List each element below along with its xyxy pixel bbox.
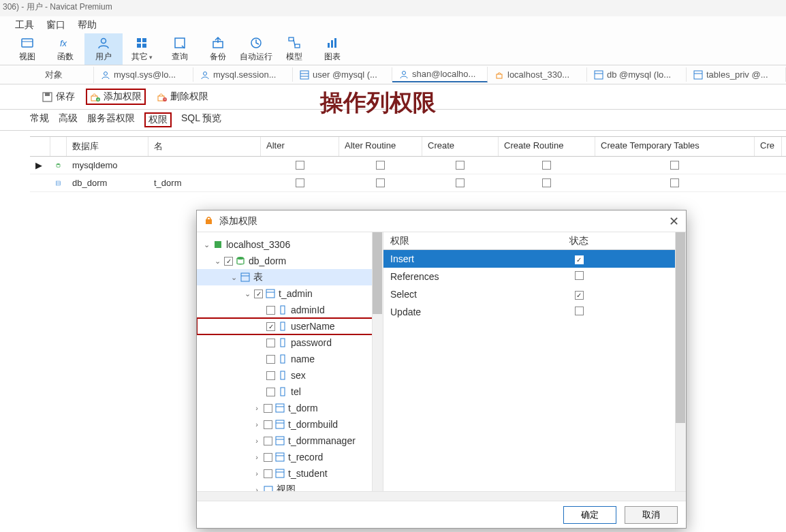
- delete-privilege-button[interactable]: −删除权限: [153, 89, 213, 105]
- tree-node-table[interactable]: ›t_dormmanager: [197, 433, 383, 449]
- ok-button[interactable]: 确定: [563, 506, 616, 524]
- tree-node-column[interactable]: tel: [197, 384, 383, 400]
- tab-objects[interactable]: 对象: [38, 67, 94, 83]
- function-button[interactable]: fx 函数: [46, 33, 84, 65]
- tree-node-table[interactable]: ›t_student: [197, 465, 383, 482]
- col-alter[interactable]: Alter: [261, 137, 339, 156]
- col-create[interactable]: Create: [422, 137, 499, 156]
- checkbox[interactable]: [542, 178, 551, 187]
- priv-row[interactable]: Update: [383, 303, 686, 321]
- tree-node-table[interactable]: ›t_dorm: [197, 400, 383, 416]
- col-alter-routine[interactable]: Alter Routine: [339, 137, 422, 156]
- checkbox[interactable]: [575, 307, 584, 315]
- autorun-button[interactable]: 自动运行: [237, 33, 275, 65]
- chart-button[interactable]: 图表: [313, 33, 351, 65]
- checkbox[interactable]: [456, 161, 465, 170]
- menu-help[interactable]: 帮助: [78, 19, 97, 31]
- tree-node-column[interactable]: name: [197, 351, 383, 367]
- tab-advanced[interactable]: 高级: [59, 112, 78, 127]
- checkbox[interactable]: [376, 178, 385, 187]
- checkbox[interactable]: [670, 161, 679, 170]
- checkbox[interactable]: [456, 178, 465, 187]
- svg-rect-58: [276, 453, 284, 461]
- priv-row[interactable]: Insert: [383, 250, 686, 268]
- col-create-temp[interactable]: Create Temporary Tables: [595, 137, 755, 156]
- checkbox[interactable]: [296, 161, 304, 170]
- tab-localhost-3306[interactable]: localhost_330...: [488, 67, 587, 82]
- checkbox[interactable]: [266, 388, 275, 396]
- checkbox[interactable]: [266, 339, 275, 347]
- other-button[interactable]: 其它▾: [123, 33, 161, 65]
- tree-node-column-username[interactable]: userName: [197, 318, 383, 334]
- tab-db-mysql[interactable]: db @mysql (lo...: [587, 67, 687, 82]
- priv-row[interactable]: Select: [383, 285, 686, 303]
- checkbox[interactable]: [296, 178, 304, 187]
- svg-point-35: [57, 163, 60, 165]
- svg-rect-23: [595, 71, 603, 79]
- tab-sql-preview[interactable]: SQL 预览: [181, 112, 221, 127]
- model-button[interactable]: 模型: [275, 33, 313, 65]
- scrollbar[interactable]: [675, 232, 686, 501]
- tab-user-mysql[interactable]: user @mysql (...: [293, 67, 392, 82]
- object-tree[interactable]: ⌄localhost_3306 ⌄db_dorm ⌄表 ⌄t_admin adm…: [197, 232, 383, 501]
- tree-node-table[interactable]: ›t_record: [197, 449, 383, 465]
- menu-window[interactable]: 窗口: [46, 19, 65, 31]
- chart-label: 图表: [324, 51, 341, 63]
- checkbox[interactable]: [266, 371, 275, 380]
- tree-node-tables-group[interactable]: ⌄表: [197, 269, 383, 285]
- table-icon: [594, 70, 603, 80]
- user-button[interactable]: 用户: [84, 33, 123, 65]
- tab-tables-priv[interactable]: tables_priv @...: [687, 67, 786, 82]
- checkbox[interactable]: [264, 453, 272, 462]
- tab-mysql-sys[interactable]: mysql.sys@lo...: [94, 67, 193, 82]
- backup-button[interactable]: 备份: [199, 33, 237, 65]
- col-name[interactable]: 名: [148, 137, 261, 156]
- tab-mysql-session[interactable]: mysql.session...: [193, 67, 293, 82]
- tree-node-table[interactable]: ⌄t_admin: [197, 285, 383, 302]
- checkbox[interactable]: [264, 420, 272, 429]
- tab-general[interactable]: 常规: [30, 112, 49, 127]
- col-database[interactable]: 数据库: [67, 137, 148, 156]
- table-row[interactable]: db_dorm t_dorm: [30, 174, 786, 192]
- checkbox[interactable]: [264, 437, 272, 445]
- tree-node-column[interactable]: adminId: [197, 302, 383, 318]
- svg-rect-42: [241, 273, 249, 281]
- checkbox[interactable]: [670, 178, 679, 187]
- scrollbar[interactable]: [372, 232, 383, 501]
- close-button[interactable]: ✕: [669, 214, 679, 229]
- checkbox[interactable]: [575, 271, 584, 280]
- checkbox[interactable]: [254, 290, 263, 298]
- col-create-routine[interactable]: Create Routine: [499, 137, 595, 156]
- tree-node-column[interactable]: sex: [197, 367, 383, 384]
- column-icon: [278, 338, 288, 348]
- query-button[interactable]: 查询: [161, 33, 199, 65]
- tree-node-table[interactable]: ›t_dormbuild: [197, 416, 383, 433]
- checkbox[interactable]: [224, 257, 233, 266]
- menu-tools[interactable]: 工具: [15, 19, 34, 31]
- view-button[interactable]: 视图: [8, 33, 46, 65]
- save-button[interactable]: 保存: [38, 89, 79, 105]
- checkbox[interactable]: [266, 322, 275, 331]
- col-state[interactable]: 状态: [547, 235, 611, 247]
- tree-node-connection[interactable]: ⌄localhost_3306: [197, 236, 383, 253]
- checkbox[interactable]: [266, 355, 275, 364]
- checkbox[interactable]: [575, 255, 584, 264]
- horizontal-scrollbar[interactable]: [197, 491, 686, 501]
- tab-priv[interactable]: 权限: [144, 112, 172, 127]
- checkbox[interactable]: [264, 404, 272, 413]
- checkbox[interactable]: [264, 469, 272, 478]
- table-row[interactable]: ▶ mysqldemo: [30, 157, 786, 174]
- tab-server-priv[interactable]: 服务器权限: [87, 112, 135, 127]
- checkbox[interactable]: [575, 291, 584, 300]
- tree-node-column[interactable]: password: [197, 334, 383, 351]
- cancel-button[interactable]: 取消: [625, 506, 678, 524]
- col-priv[interactable]: 权限: [383, 235, 547, 247]
- tree-node-database[interactable]: ⌄db_dorm: [197, 253, 383, 269]
- add-privilege-button[interactable]: +添加权限: [86, 89, 146, 105]
- checkbox[interactable]: [542, 161, 551, 170]
- checkbox[interactable]: [266, 306, 275, 315]
- tab-shan-localhost[interactable]: shan@localho...: [392, 67, 488, 82]
- col-cre[interactable]: Cre: [755, 137, 782, 156]
- checkbox[interactable]: [376, 161, 385, 170]
- priv-row[interactable]: References: [383, 268, 686, 285]
